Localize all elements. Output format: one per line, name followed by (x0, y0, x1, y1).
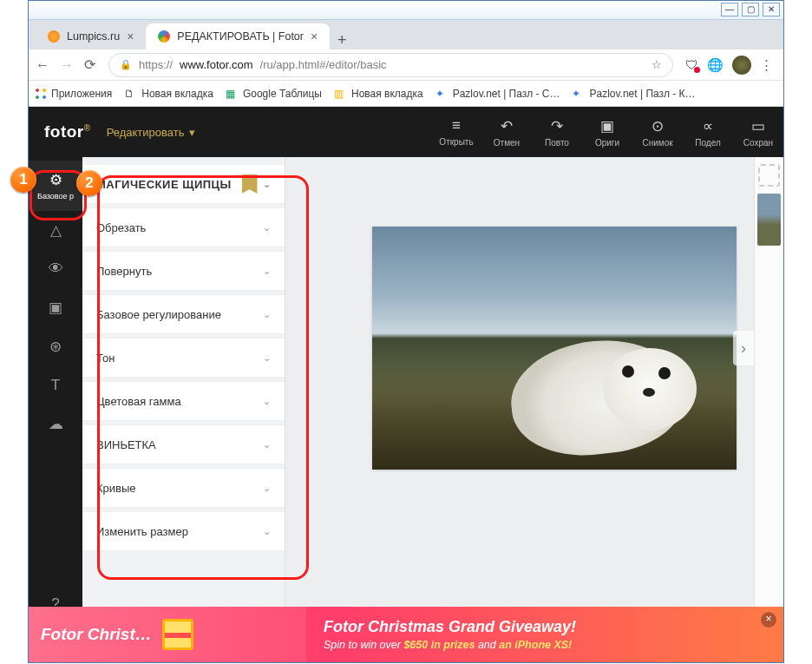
promo-left: Fotor Christ… (29, 607, 306, 662)
share-icon: ∝ (683, 117, 733, 135)
panel-rotate[interactable]: Повернуть⌄ (82, 251, 285, 291)
tab-lumpics[interactable]: Lumpics.ru × (36, 23, 146, 49)
original-button[interactable]: ▣Ориги (582, 117, 632, 148)
extension-globe-icon[interactable]: 🌐 (707, 57, 724, 73)
flask-icon: △ (50, 222, 62, 239)
rail-frames[interactable]: ▣ (29, 288, 82, 327)
window-minimize-button[interactable]: — (721, 3, 738, 16)
edit-mode-dropdown[interactable]: Редактировать▾ (107, 126, 196, 139)
chevron-down-icon: ⌄ (263, 309, 271, 320)
panel-row-label: ВИНЬЕТКА (96, 438, 156, 451)
snapshot-button[interactable]: ⊙Снимок (632, 117, 683, 148)
panel-color[interactable]: Цветовая гамма⌄ (82, 381, 285, 421)
panel-resize[interactable]: Изменить размер⌄ (82, 511, 285, 551)
nav-reload-button[interactable]: ⟳ (84, 56, 100, 73)
chevron-down-icon: ⌄ (263, 266, 271, 277)
sheets-icon: ▦ (226, 88, 238, 100)
save-button[interactable]: ▭Сохран (733, 117, 783, 148)
window-titlebar: — ▢ ✕ (29, 1, 783, 20)
bookmark-item[interactable]: ✦Pazlov.net | Пазл - К… (572, 88, 695, 100)
page-icon: 🗋 (124, 88, 136, 100)
add-image-button[interactable] (758, 164, 780, 187)
puzzle-icon: ✦ (435, 88, 448, 100)
panel-curves[interactable]: Кривые⌄ (82, 468, 285, 508)
browser-menu-button[interactable]: ⋮ (760, 57, 773, 73)
bookmark-item[interactable]: ✦Pazlov.net | Пазл - С… (435, 88, 560, 100)
url-input[interactable]: 🔒 https://www.fotor.com/ru/app.html#/edi… (108, 53, 673, 77)
toolbar-actions: ≡Открыть ↶Отмен ↷Повто ▣Ориги ⊙Снимок ∝П… (431, 107, 783, 157)
thumbnail-item[interactable] (757, 194, 781, 246)
undo-icon: ↶ (481, 117, 532, 135)
rail-basic-edit[interactable]: ⚙Базовое р (29, 161, 82, 211)
apps-grid-icon (36, 89, 46, 99)
chevron-down-icon: ⌄ (263, 439, 271, 450)
promo-left-text: Fotor Christ… (41, 625, 152, 644)
action-label: Ориги (595, 138, 619, 148)
apps-shortcut[interactable]: Приложения (36, 88, 112, 100)
canvas-area: › 999px × 664px − 36% + Сравнить (285, 157, 783, 662)
profile-avatar-button[interactable] (732, 56, 751, 75)
favicon-fotor-icon (158, 30, 170, 43)
open-button[interactable]: ≡Открыть (431, 117, 481, 147)
rail-text[interactable]: T (29, 366, 82, 404)
lock-icon: 🔒 (120, 59, 132, 70)
panel-row-label: Повернуть (96, 265, 152, 278)
promo-banner: Fotor Christ… Fotor Christmas Grand Give… (29, 607, 783, 662)
image-icon: ▣ (582, 117, 632, 135)
panel-row-label: Кривые (96, 482, 136, 495)
window-close-button[interactable]: ✕ (763, 3, 780, 16)
bookmark-item[interactable]: ▦Google Таблицы (226, 88, 322, 100)
rail-effects[interactable]: △ (29, 211, 82, 250)
bookmark-label: Новая вкладка (351, 88, 423, 100)
nav-forward-button[interactable]: → (60, 57, 75, 73)
canvas-image[interactable] (372, 227, 737, 470)
fotor-logo[interactable]: fotor® (29, 122, 107, 141)
bookmark-item[interactable]: ▥Новая вкладка (334, 88, 423, 100)
rail-label: Базовое р (29, 192, 82, 201)
share-button[interactable]: ∝Подел (683, 117, 733, 148)
action-label: Повто (545, 138, 569, 148)
bookmark-item[interactable]: 🗋Новая вкладка (124, 88, 213, 100)
promo-subtitle: Spin to win over $650 in prizes and an i… (324, 639, 783, 651)
panel-tone[interactable]: Тон⌄ (82, 338, 285, 378)
window-maximize-button[interactable]: ▢ (742, 3, 759, 16)
url-scheme: https:// (139, 58, 173, 71)
nav-back-button[interactable]: ← (36, 57, 51, 73)
rail-cloud[interactable]: ☁ (29, 404, 82, 444)
gift-box-icon (162, 619, 193, 650)
panel-basic-adjust[interactable]: Базовое регулирование⌄ (82, 294, 285, 334)
promo-close-button[interactable]: × (761, 612, 776, 628)
app-body: ⚙Базовое р △ 👁 ▣ ⊛ T ☁ ? ⚙ МАГИЧЕСКИЕ ЩИ… (29, 157, 783, 662)
undo-button[interactable]: ↶Отмен (481, 117, 532, 148)
action-label: Снимок (642, 138, 672, 148)
tab-close-button[interactable]: × (311, 30, 318, 43)
frame-icon: ▣ (49, 299, 62, 316)
logo-text: fotor (44, 122, 84, 141)
panel-magic-clipper[interactable]: МАГИЧЕСКИЕ ЩИПЦЫ ⌄ (82, 164, 285, 204)
tab-fotor[interactable]: РЕДАКТИРОВАТЬ | Fotor × (146, 23, 330, 49)
rail-beauty[interactable]: 👁 (29, 250, 82, 288)
extension-adblock-icon[interactable]: 🛡 (685, 57, 698, 72)
rail-stickers[interactable]: ⊛ (29, 327, 82, 366)
new-tab-button[interactable]: + (330, 31, 354, 49)
seal-eye-shape (658, 367, 671, 379)
bookmark-star-button[interactable]: ☆ (652, 58, 662, 71)
browser-window: — ▢ ✕ Lumpics.ru × РЕДАКТИРОВАТЬ | Fotor… (28, 0, 784, 663)
bookmark-label: Google Таблицы (243, 88, 322, 100)
address-bar: ← → ⟳ 🔒 https://www.fotor.com/ru/app.htm… (29, 49, 783, 81)
url-host: www.fotor.com (180, 58, 253, 71)
panel-vignette[interactable]: ВИНЬЕТКА⌄ (82, 424, 285, 464)
carousel-next-button[interactable]: › (733, 331, 754, 365)
panel-row-label: Цветовая гамма (96, 395, 181, 408)
menu-lines-icon: ≡ (431, 117, 481, 135)
action-label: Подел (695, 138, 720, 148)
panel-crop[interactable]: Обрезать⌄ (82, 207, 285, 247)
tab-close-button[interactable]: × (127, 30, 134, 43)
sliders-icon: ⚙ (49, 172, 62, 188)
bookmarks-bar: Приложения 🗋Новая вкладка ▦Google Таблиц… (29, 81, 783, 107)
promo-right[interactable]: Fotor Christmas Grand Giveaway! Spin to … (306, 618, 783, 651)
url-path: /ru/app.html#/editor/basic (260, 58, 387, 71)
redo-button[interactable]: ↷Повто (532, 117, 582, 148)
panel-row-label: Тон (96, 352, 115, 365)
panel-row-label: МАГИЧЕСКИЕ ЩИПЦЫ (96, 178, 232, 191)
